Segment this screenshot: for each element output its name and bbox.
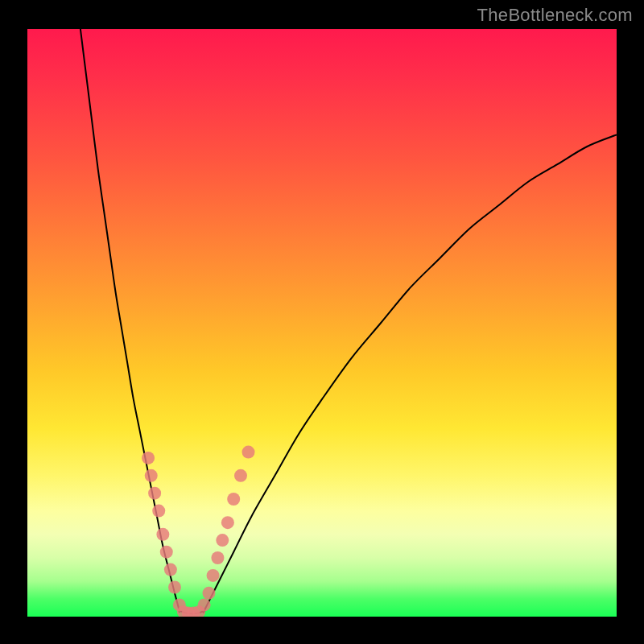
left-branch-dots-point [156,528,169,541]
right-branch-dots-point [202,587,215,600]
bottleneck-curve [80,29,617,613]
right-branch-dots-point [216,534,229,547]
left-branch-dots-point [152,505,165,518]
left-branch-dots-point [160,546,173,559]
plot-area [27,29,617,617]
left-branch-dots-point [164,564,177,576]
left-branch-dots-point [145,469,158,482]
left-branch-dots-point [168,581,181,594]
left-branch-dots-point [148,487,161,500]
right-branch-dots-point [207,569,220,582]
right-branch-dots-point [242,446,255,459]
bottleneck-chart [27,29,617,617]
left-branch-dots-point [142,452,155,464]
right-branch-dots-point [221,516,234,529]
watermark-text: TheBottleneck.com [477,5,633,26]
right-branch-dots-point [211,551,224,564]
right-branch-dots-point [198,598,211,611]
chart-frame: TheBottleneck.com [0,0,644,644]
right-branch-dots-point [227,493,240,506]
right-branch-dots-point [234,469,247,482]
